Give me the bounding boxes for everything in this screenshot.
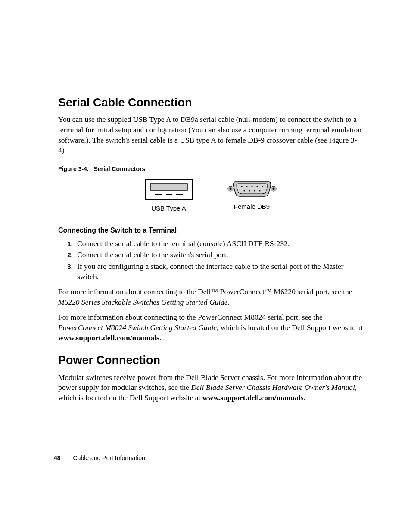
- connector-usb-a: USB Type A: [145, 179, 193, 213]
- moreinfo1-post: .: [228, 298, 230, 306]
- moreinfo1-italic: M6220 Series Stackable Switches Getting …: [58, 298, 228, 306]
- procedure-steps: Connect the serial cable to the terminal…: [58, 239, 364, 282]
- moreinfo2-mid: which is located on the Dell Support web…: [218, 323, 363, 332]
- female-db9-icon: [227, 179, 277, 198]
- svg-point-16: [254, 190, 255, 191]
- svg-point-13: [262, 186, 263, 187]
- section2-bold: www.support.dell.com/manuals: [202, 393, 304, 402]
- figure-label: Figure 3-4.: [58, 165, 89, 172]
- step-3: If you are configuring a stack, connect …: [75, 261, 364, 282]
- svg-point-11: [251, 186, 252, 187]
- svg-point-12: [256, 186, 258, 187]
- figure-body: USB Type A Female DB9: [58, 179, 364, 213]
- svg-rect-1: [150, 184, 187, 190]
- connector-db9: Female DB9: [227, 179, 277, 213]
- moreinfo2-italic: PowerConnect M8024 Switch Getting Starte…: [58, 323, 218, 332]
- moreinfo2-post: .: [159, 333, 161, 342]
- section-title-serial: Serial Cable Connection: [58, 95, 364, 110]
- connector-usb-a-label: USB Type A: [151, 204, 186, 213]
- figure-caption-text: Serial Connectors: [93, 165, 145, 172]
- svg-point-15: [249, 190, 250, 191]
- section1-intro: You can use the suppled USB Type A to DB…: [58, 115, 364, 156]
- moreinfo1-pre: For more information about connecting to…: [58, 287, 352, 296]
- footer-separator: [67, 455, 67, 462]
- svg-point-8: [272, 187, 274, 190]
- section2-mid: which is located on the Dell Support web…: [58, 393, 202, 402]
- section-title-power: Power Connection: [58, 352, 364, 368]
- svg-point-9: [241, 186, 242, 187]
- step-2: Connect the serial cable to the switch's…: [75, 250, 364, 260]
- section2-post: .: [304, 393, 305, 402]
- procedure-heading: Connecting the Switch to a Terminal: [58, 226, 364, 235]
- section2-body: Modular switches receive power from the …: [58, 373, 364, 403]
- svg-point-14: [243, 190, 245, 191]
- chapter-title: Cable and Port Information: [73, 454, 145, 462]
- svg-point-17: [259, 190, 260, 191]
- section2-italic: Dell Blade Server Chassis Hardware Owner…: [191, 383, 357, 392]
- connector-db9-label: Female DB9: [234, 202, 270, 211]
- step-1: Connect the serial cable to the terminal…: [75, 239, 364, 249]
- moreinfo-1: For more information about connecting to…: [58, 287, 364, 307]
- svg-point-6: [229, 187, 231, 190]
- page-number: 48: [54, 454, 61, 462]
- page-footer: 48 Cable and Port Information: [54, 454, 145, 462]
- moreinfo2-pre: For more information about connecting to…: [58, 313, 323, 321]
- svg-point-10: [246, 186, 247, 187]
- moreinfo2-bold: www.support.dell.com/manuals: [58, 333, 159, 342]
- usb-type-a-icon: [145, 179, 193, 200]
- moreinfo-2: For more information about connecting to…: [58, 312, 364, 343]
- figure-caption: Figure 3-4. Serial Connectors: [58, 165, 364, 173]
